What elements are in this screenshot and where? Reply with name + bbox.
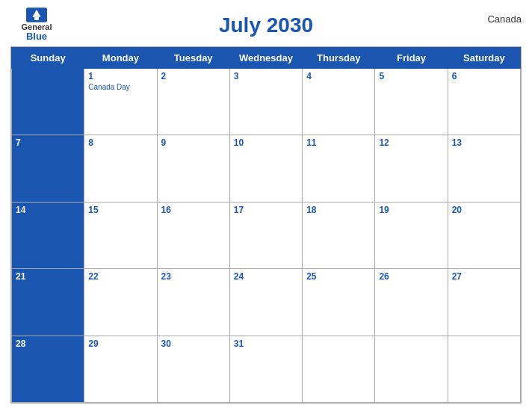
day-number: 20: [452, 205, 516, 215]
calendar-cell: 8: [84, 135, 157, 202]
day-number: 13: [452, 137, 516, 148]
calendar-cell: 4: [303, 69, 375, 135]
calendar-title: July 2030: [219, 13, 313, 37]
day-number: 4: [306, 71, 371, 81]
day-number: 1: [88, 71, 152, 81]
day-number: 30: [161, 339, 226, 349]
calendar-cell: [375, 336, 448, 402]
day-number: 8: [88, 137, 152, 148]
calendar-cell: 28: [12, 336, 84, 402]
col-saturday: Saturday: [448, 48, 520, 69]
calendar-cell: 13: [448, 135, 520, 202]
day-number: 27: [452, 271, 516, 282]
page: General Blue July 2030 Canada Sunday Mon…: [0, 0, 532, 411]
calendar-cell: 5: [375, 69, 448, 135]
col-thursday: Thursday: [303, 48, 375, 69]
calendar-cell: 23: [157, 269, 229, 336]
day-number: 16: [161, 205, 226, 215]
country-label: Canada: [487, 13, 522, 25]
calendar-cell: 15: [84, 202, 157, 268]
calendar-header: General Blue July 2030 Canada: [10, 7, 522, 43]
logo-icon: [26, 7, 47, 22]
calendar-cell: 16: [157, 202, 229, 268]
day-number: 31: [234, 339, 298, 349]
calendar-cell: 17: [229, 202, 302, 268]
calendar-cell: 21: [12, 269, 84, 336]
day-number: 22: [88, 271, 152, 282]
calendar-thead: Sunday Monday Tuesday Wednesday Thursday…: [12, 48, 521, 69]
day-number: 6: [452, 71, 516, 81]
calendar-tbody: 1 Canada Day 2 3 4 5: [12, 69, 521, 403]
svg-rect-2: [34, 17, 39, 20]
calendar-cell: 25: [303, 269, 375, 336]
day-number: 24: [234, 271, 298, 282]
day-number: 25: [306, 271, 371, 282]
calendar-cell: 14: [12, 202, 84, 268]
calendar-cell: 29: [84, 336, 157, 402]
calendar-cell: 10: [229, 135, 302, 202]
day-number: 9: [161, 137, 226, 148]
day-number: 26: [379, 271, 443, 282]
calendar-cell: 22: [84, 269, 157, 336]
calendar-cell: 11: [303, 135, 375, 202]
table-row: 21 22 23 24 25 26 27: [12, 269, 521, 336]
day-number: 3: [234, 71, 298, 81]
day-number: 18: [306, 205, 371, 215]
col-sunday: Sunday: [12, 48, 84, 69]
calendar: Sunday Monday Tuesday Wednesday Thursday…: [10, 46, 522, 404]
calendar-cell: 20: [448, 202, 520, 268]
calendar-cell: 12: [375, 135, 448, 202]
calendar-cell: 24: [229, 269, 302, 336]
table-row: 14 15 16 17 18 19 20: [12, 202, 521, 268]
calendar-cell: [12, 69, 84, 135]
logo-blue-text: Blue: [26, 31, 47, 41]
day-number: 2: [161, 71, 226, 81]
calendar-table: Sunday Monday Tuesday Wednesday Thursday…: [11, 47, 521, 403]
day-number: 21: [16, 271, 80, 282]
day-number: 12: [379, 137, 443, 148]
table-row: 7 8 9 10 11 12 13: [12, 135, 521, 202]
day-number: 10: [234, 137, 298, 148]
day-number: 15: [88, 205, 152, 215]
calendar-cell: [303, 336, 375, 402]
calendar-cell: [448, 336, 520, 402]
calendar-cell: 27: [448, 269, 520, 336]
calendar-cell: 26: [375, 269, 448, 336]
calendar-cell: 6: [448, 69, 520, 135]
weekday-header-row: Sunday Monday Tuesday Wednesday Thursday…: [12, 48, 521, 69]
col-tuesday: Tuesday: [157, 48, 229, 69]
calendar-cell: 2: [157, 69, 229, 135]
day-number: 17: [234, 205, 298, 215]
logo: General Blue: [10, 7, 63, 41]
col-wednesday: Wednesday: [229, 48, 302, 69]
day-number: 28: [16, 339, 80, 349]
calendar-cell: 30: [157, 336, 229, 402]
day-number: 11: [306, 137, 371, 148]
day-number: 19: [379, 205, 443, 215]
calendar-cell: 19: [375, 202, 448, 268]
calendar-cell: 1 Canada Day: [84, 69, 157, 135]
col-friday: Friday: [375, 48, 448, 69]
day-number: 23: [161, 271, 226, 282]
day-number: 29: [88, 339, 152, 349]
day-number: 5: [379, 71, 443, 81]
holiday-label: Canada Day: [88, 83, 152, 91]
day-number: 7: [16, 137, 80, 148]
day-number: 14: [16, 205, 80, 215]
calendar-cell: 7: [12, 135, 84, 202]
calendar-cell: 3: [229, 69, 302, 135]
calendar-cell: 31: [229, 336, 302, 402]
calendar-cell: 9: [157, 135, 229, 202]
table-row: 1 Canada Day 2 3 4 5: [12, 69, 521, 135]
table-row: 28 29 30 31: [12, 336, 521, 402]
calendar-cell: 18: [303, 202, 375, 268]
col-monday: Monday: [84, 48, 157, 69]
